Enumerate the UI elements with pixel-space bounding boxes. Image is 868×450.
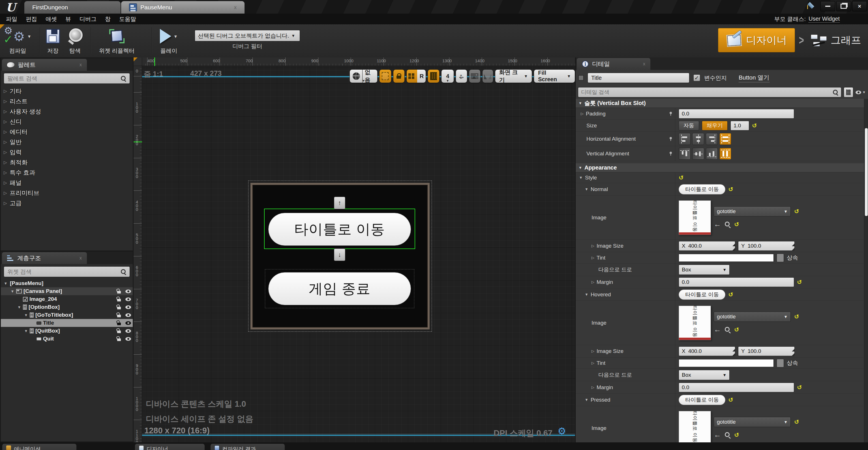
expander-icon[interactable]: ▷ [4, 150, 7, 155]
expander-icon[interactable]: ▷ [4, 190, 7, 196]
expander-icon[interactable]: ▷ [591, 361, 594, 365]
asset-dropdown[interactable]: gototitle▼ [714, 311, 791, 322]
find-in-content-browser-button[interactable]: 탐색 [67, 27, 83, 55]
expander-icon[interactable]: ▷ [4, 180, 7, 185]
reset-icon[interactable]: ↺ [794, 419, 799, 425]
reset-icon[interactable]: ↺ [728, 186, 733, 193]
valign-top-button[interactable] [679, 148, 690, 160]
visibility-eye-icon[interactable] [125, 337, 131, 341]
valign-center-button[interactable] [692, 148, 704, 160]
palette-category-11[interactable]: ▷고급 [1, 198, 133, 208]
reset-icon[interactable]: ↺ [728, 291, 733, 298]
fill-screen-dropdown[interactable]: Fill Screen ▼ [534, 69, 575, 83]
respect-locks-button[interactable]: R [406, 69, 426, 83]
tint-color-swatch[interactable] [679, 254, 774, 262]
open-button-link[interactable]: Button 열기 [739, 73, 770, 82]
details-tab[interactable]: i 디테일 x [577, 58, 650, 70]
tint-color-swatch[interactable] [679, 359, 774, 367]
screen-size-dropdown[interactable]: 화면 크기 ▼ [495, 69, 532, 83]
expander-icon[interactable]: ▼ [585, 292, 588, 297]
grid-snap-size-dropdown[interactable]: 4 ▼ [441, 69, 454, 83]
palette-category-2[interactable]: ▷사용자 생성 [1, 107, 133, 117]
visibility-eye-icon[interactable] [125, 313, 131, 317]
menu-item-4[interactable]: 디버그 [75, 15, 101, 23]
menu-item-3[interactable]: 뷰 [61, 15, 75, 23]
play-button[interactable]: ▼ 플레이 [160, 27, 178, 55]
localization-preview-button[interactable]: 없음 ▼ [349, 69, 377, 83]
lock-icon[interactable] [117, 336, 121, 341]
visibility-eye-icon[interactable] [125, 329, 131, 333]
lock-icon[interactable] [117, 297, 121, 301]
halign-center-button[interactable] [692, 133, 704, 145]
appearance-section-header[interactable]: ▼ Appearance [576, 163, 864, 172]
image-size-x-input[interactable]: X400.0 [679, 347, 735, 356]
is-variable-checkbox[interactable]: ✓ [693, 74, 700, 81]
slot-section-header[interactable]: ▼ 슬롯 (Vertical Box Slot) [576, 99, 864, 108]
brush-thumbnail[interactable]: 타이틀로 이동 [679, 200, 711, 235]
palette-tab[interactable]: 팔레트 x [2, 59, 87, 71]
tab-compiler-results[interactable]: 컴파일러 결과 [211, 444, 285, 450]
reset-icon[interactable]: ↺ [794, 208, 799, 215]
tab-designer-bottom[interactable]: 디자이너 [135, 444, 205, 450]
window-maximize-button[interactable] [836, 1, 851, 11]
lock-icon[interactable] [117, 305, 121, 309]
expander-icon[interactable]: ▼ [585, 187, 588, 191]
preview-background-button[interactable] [469, 69, 480, 83]
widget-reflector-button[interactable]: 위젯 리플렉터 [99, 27, 135, 55]
expander-icon[interactable]: ▼ [24, 329, 29, 333]
doc-tab-pausemenu[interactable]: PauseMenu x [121, 1, 245, 13]
hierarchy-item-gototitlebox[interactable]: ▼[GoToTitlebox] [1, 311, 133, 319]
palette-category-10[interactable]: ▷프리미티브 [1, 188, 133, 198]
view-options-button[interactable]: ▼ [856, 90, 866, 94]
visibility-eye-icon[interactable] [125, 290, 131, 293]
expander-icon[interactable]: ▷ [4, 170, 7, 175]
details-search-input[interactable]: 디테일 검색 [578, 87, 841, 97]
size-fill-button[interactable]: 채우기 [702, 121, 727, 130]
palette-category-9[interactable]: ▷패널 [1, 178, 133, 188]
widget-name-input[interactable]: Title [588, 73, 689, 83]
expander-icon[interactable]: ▷ [4, 201, 7, 206]
expander-icon[interactable]: ▷ [591, 385, 594, 389]
browse-icon[interactable] [724, 327, 731, 333]
expander-icon[interactable]: ▼ [10, 289, 15, 294]
reset-icon[interactable]: ↺ [728, 396, 733, 403]
expander-icon[interactable]: ▷ [4, 129, 7, 134]
reset-icon[interactable]: ↺ [752, 122, 757, 129]
expander-icon[interactable]: ▷ [591, 244, 594, 248]
hierarchy-item-pausemenu[interactable]: ▼[PauseMenu] [1, 279, 133, 287]
asset-dropdown[interactable]: gototitle▼ [714, 417, 791, 427]
size-value-input[interactable]: 1.0 [731, 121, 749, 130]
valign-fill-button[interactable] [719, 148, 731, 160]
bind-pin-icon[interactable] [669, 152, 672, 156]
close-icon[interactable]: x [80, 62, 82, 67]
browse-icon[interactable] [724, 221, 731, 228]
bind-pin-icon[interactable] [669, 112, 672, 116]
expander-icon[interactable]: ▷ [4, 99, 7, 104]
valign-bottom-button[interactable] [706, 148, 718, 160]
hierarchy-item-quitbox[interactable]: ▼[QuitBox] [1, 327, 133, 335]
menu-item-2[interactable]: 애셋 [41, 15, 61, 23]
palette-category-8[interactable]: ▷특수 효과 [1, 168, 133, 178]
close-icon[interactable]: x [643, 61, 645, 66]
tab-animations[interactable]: 애니메이션 [2, 444, 76, 450]
hierarchy-item-image_204[interactable]: Image_204 [1, 295, 133, 303]
reset-icon[interactable]: ↺ [734, 221, 739, 228]
window-minimize-button[interactable] [820, 1, 835, 11]
parent-class-value[interactable]: User Widget [809, 16, 840, 23]
quit-game-button-preview[interactable]: 게임 종료 [268, 272, 411, 305]
menu-item-1[interactable]: 편집 [22, 15, 41, 23]
use-selected-icon[interactable]: ← [714, 220, 721, 229]
tint-alpha-chip[interactable] [777, 253, 784, 262]
tab-close-icon[interactable]: x [234, 4, 237, 10]
expander-icon[interactable]: ▷ [591, 256, 594, 260]
tutorial-cap-icon[interactable] [806, 2, 816, 8]
reorder-up-handle[interactable]: ↑ [334, 197, 345, 209]
close-icon[interactable]: x [80, 256, 82, 261]
margin-input[interactable]: 0.0 [679, 383, 794, 392]
lock-icon[interactable] [117, 321, 121, 325]
palette-category-4[interactable]: ▷에디터 [1, 127, 133, 137]
hierarchy-item-optionbox[interactable]: ▼[OptionBox] [1, 303, 133, 311]
dpi-settings-gear-icon[interactable]: ⚙ [558, 425, 566, 437]
expander-icon[interactable]: ▼ [579, 166, 582, 170]
compile-button[interactable]: ⚙⚙✓ ▼ 컴파일 [4, 27, 31, 55]
